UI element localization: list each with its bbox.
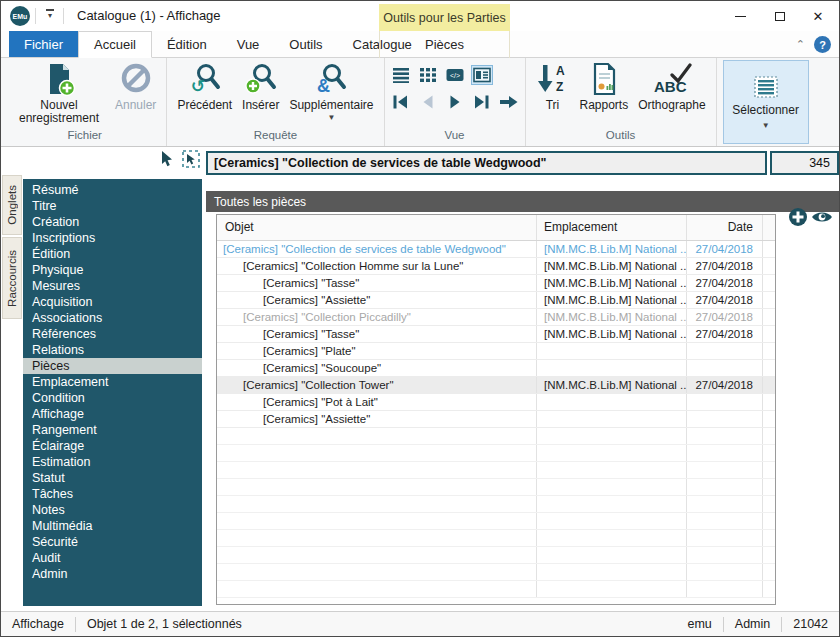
sidebar-item[interactable]: Résumé — [23, 182, 202, 198]
ribbon-group-requete: ↺ Précédent Insérer — [167, 58, 384, 146]
code-view-icon[interactable]: </> — [444, 65, 466, 85]
record-count-field[interactable]: 345 — [770, 151, 839, 175]
status-mode: Affichage — [1, 617, 75, 631]
grid-view-icon[interactable] — [417, 65, 439, 85]
close-button[interactable]: ✕ — [799, 1, 837, 31]
sidebar-item[interactable]: Admin — [23, 566, 202, 582]
sort-button[interactable]: A Z Tri — [531, 59, 575, 112]
sidebar-item[interactable]: Tâches — [23, 486, 202, 502]
table-row[interactable]: [Ceramics] "Collection de services de ta… — [217, 241, 775, 258]
next-record-icon[interactable] — [444, 92, 466, 112]
column-header-objet[interactable]: Objet — [217, 215, 537, 240]
pointer-cursor-icon[interactable] — [161, 151, 174, 167]
minimize-button[interactable] — [721, 1, 759, 31]
table-row[interactable]: [Ceramics] "Soucoupe" — [217, 360, 775, 377]
select-button[interactable]: Sélectionner ▼ — [723, 60, 809, 144]
table-empty-row — [217, 496, 775, 513]
insert-query-button[interactable]: Insérer — [237, 59, 284, 112]
spellcheck-button[interactable]: ABC Orthographe — [633, 59, 710, 112]
content-area: [Ceramics] "Collection de services de ta… — [1, 147, 839, 611]
tab-pieces[interactable]: Pièces — [379, 31, 510, 58]
record-summary-field[interactable]: [Ceramics] "Collection de services de ta… — [206, 151, 767, 175]
form-view-icon[interactable] — [471, 65, 493, 85]
sidebar-item[interactable]: Estimation — [23, 454, 202, 470]
sidebar-item[interactable]: Acquisition — [23, 294, 202, 310]
sidebar-item[interactable]: Pièces — [23, 358, 202, 374]
svg-text:↺: ↺ — [191, 77, 205, 96]
group-label-outils: Outils — [531, 129, 711, 146]
last-record-icon[interactable] — [471, 92, 493, 112]
sidebar-item[interactable]: Multimédia — [23, 518, 202, 534]
tab-édition[interactable]: Édition — [152, 31, 222, 57]
title-bar: EMu ▾ Catalogue (1) - Affichage Outils p… — [1, 1, 839, 31]
help-icon[interactable]: ? — [814, 36, 831, 53]
table-empty-row — [217, 462, 775, 479]
select-records-cursor-icon[interactable] — [182, 150, 200, 168]
sidebar-item[interactable]: Physique — [23, 262, 202, 278]
column-header-date[interactable]: Date — [687, 215, 763, 240]
ribbon: Nouvel enregistrement Annuler Fichier — [1, 58, 839, 147]
table-row[interactable]: [Ceramics] "Assiette" [NM.MC.B.Lib.M] Na… — [217, 292, 775, 309]
sidebar-item[interactable]: Rangement — [23, 422, 202, 438]
table-row[interactable]: [Ceramics] "Tasse" [NM.MC.B.Lib.M] Natio… — [217, 326, 775, 343]
sort-az-icon: A Z — [536, 62, 570, 96]
table-row[interactable]: [Ceramics] "Collection Piccadilly" [NM.M… — [217, 309, 775, 326]
emu-logo-icon[interactable]: EMu — [10, 6, 30, 26]
column-header-emplacement[interactable]: Emplacement — [537, 215, 687, 240]
add-row-icon[interactable] — [788, 207, 808, 227]
side-rail-tab-onglets[interactable]: Onglets — [2, 175, 22, 235]
tab-accueil[interactable]: Accueil — [78, 31, 152, 58]
table-row[interactable]: [Ceramics] "Collection Tower" [NM.MC.B.L… — [217, 377, 775, 394]
sidebar-item[interactable]: Associations — [23, 310, 202, 326]
sidebar-item[interactable]: Mesures — [23, 278, 202, 294]
previous-record-icon[interactable] — [417, 92, 439, 112]
sidebar-item[interactable]: Notes — [23, 502, 202, 518]
quick-access-dropdown-icon[interactable]: ▾ — [43, 9, 57, 23]
table-empty-row — [217, 428, 775, 445]
maximize-button[interactable] — [761, 1, 799, 31]
sidebar-item[interactable]: Affichage — [23, 406, 202, 422]
table-row[interactable]: [Ceramics] "Plate" — [217, 343, 775, 360]
sidebar-item[interactable]: Éclairage — [23, 438, 202, 454]
tab-fichier[interactable]: Fichier — [9, 31, 78, 57]
list-view-icon[interactable] — [390, 65, 412, 85]
sidebar-item[interactable]: Condition — [23, 390, 202, 406]
status-user: Admin — [724, 617, 781, 631]
select-rows-icon — [753, 74, 779, 100]
sidebar-item[interactable]: Sécurité — [23, 534, 202, 550]
table-row[interactable]: [Ceramics] "Collection Homme sur la Lune… — [217, 258, 775, 275]
tab-vue[interactable]: Vue — [222, 31, 275, 57]
first-record-icon[interactable] — [390, 92, 412, 112]
ribbon-group-vue: </> — [385, 58, 526, 146]
previous-query-button[interactable]: ↺ Précédent — [172, 59, 237, 112]
sidebar-item[interactable]: Inscriptions — [23, 230, 202, 246]
sidebar-item[interactable]: Emplacement — [23, 374, 202, 390]
table-row[interactable]: [Ceramics] "Assiette" — [217, 411, 775, 428]
tab-outils[interactable]: Outils — [274, 31, 337, 57]
sidebar-item[interactable]: Audit — [23, 550, 202, 566]
view-attachment-eye-icon[interactable] — [811, 209, 833, 225]
side-rail-tab-raccourcis[interactable]: Raccourcis — [2, 237, 22, 319]
sidebar-item[interactable]: Statut — [23, 470, 202, 486]
table-row[interactable]: [Ceramics] "Pot à Lait" — [217, 394, 775, 411]
ribbon-tab-strip: FichierAccueilÉditionVueOutilsCatalogueP… — [1, 31, 839, 58]
tab-sidebar: RésuméTitreCréationInscriptionsÉditionPh… — [23, 179, 202, 606]
table-empty-row — [217, 564, 775, 581]
table-empty-row — [217, 513, 775, 530]
reports-button[interactable]: Rapports — [575, 59, 634, 112]
sidebar-item[interactable]: Édition — [23, 246, 202, 262]
group-label-fichier: Fichier — [8, 129, 161, 146]
undo-button[interactable]: Annuler — [110, 59, 161, 112]
sidebar-item[interactable]: Références — [23, 326, 202, 342]
table-row[interactable]: [Ceramics] "Tasse" [NM.MC.B.Lib.M] Natio… — [217, 275, 775, 292]
sidebar-item[interactable]: Relations — [23, 342, 202, 358]
selection-tools — [161, 150, 200, 168]
goto-record-icon[interactable] — [498, 92, 520, 112]
additional-query-button[interactable]: & Supplémentaire ▼ — [284, 59, 378, 122]
sidebar-item[interactable]: Création — [23, 214, 202, 230]
sidebar-item[interactable]: Titre — [23, 198, 202, 214]
new-record-button[interactable]: Nouvel enregistrement — [8, 59, 110, 125]
collapse-ribbon-icon[interactable]: ⌃ — [796, 38, 805, 51]
group-label-requete: Requête — [172, 129, 378, 146]
parts-table[interactable]: Objet Emplacement Date [Ceramics] "Colle… — [216, 214, 776, 605]
